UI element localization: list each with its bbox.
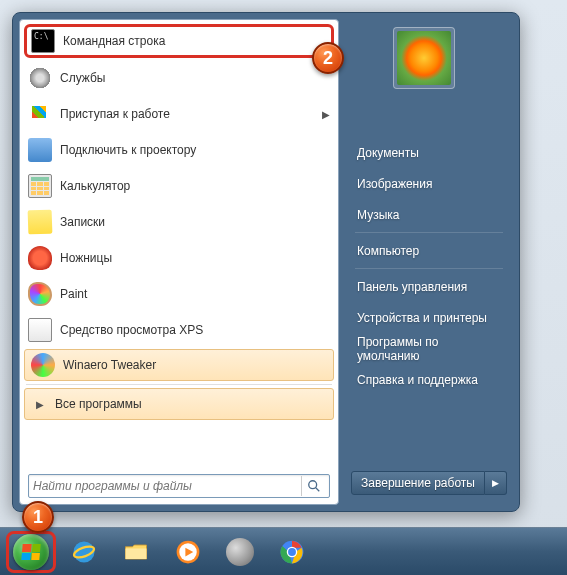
user-picture-flower-icon [397, 31, 451, 85]
arrow-right-icon: ▶ [492, 478, 499, 488]
devices-printers-link[interactable]: Устройства и принтеры [349, 302, 509, 333]
start-menu-left-panel: Командная строка Службы Приступая к рабо… [19, 19, 339, 505]
right-menu-list: Документы Изображения Музыка Компьютер П… [349, 107, 509, 395]
folder-icon [122, 538, 150, 566]
svg-point-0 [308, 481, 316, 489]
taskbar-chrome-button[interactable] [268, 533, 316, 571]
program-item-projector[interactable]: Подключить к проектору [22, 132, 336, 168]
music-link[interactable]: Музыка [349, 199, 509, 230]
sticky-note-icon [28, 210, 53, 235]
taskbar-media-player-button[interactable] [164, 533, 212, 571]
start-orb-icon [13, 534, 49, 570]
taskbar-explorer-button[interactable] [112, 533, 160, 571]
program-item-xps-viewer[interactable]: Средство просмотра XPS [22, 312, 336, 348]
document-icon [28, 318, 52, 342]
taskbar-ie-button[interactable] [60, 533, 108, 571]
scissors-icon [28, 246, 52, 270]
taskbar-unknown-button[interactable] [216, 533, 264, 571]
program-item-getting-started[interactable]: Приступая к работе ▶ [22, 96, 336, 132]
taskbar [0, 527, 567, 575]
palette-icon [28, 282, 52, 306]
help-support-link[interactable]: Справка и поддержка [349, 364, 509, 395]
sphere-icon [226, 538, 254, 566]
separator [355, 232, 503, 233]
program-label: Записки [60, 215, 330, 229]
documents-link[interactable]: Документы [349, 137, 509, 168]
default-programs-link[interactable]: Программы по умолчанию [349, 333, 509, 364]
svg-line-1 [315, 488, 319, 492]
cmd-icon [31, 29, 55, 53]
calculator-icon [28, 174, 52, 198]
all-programs-label: Все программы [55, 397, 327, 411]
tweaker-icon [31, 353, 55, 377]
projector-icon [28, 138, 52, 162]
chrome-icon [278, 538, 306, 566]
program-label: Paint [60, 287, 330, 301]
annotation-step-1: 1 [22, 501, 54, 533]
separator [26, 384, 332, 385]
internet-explorer-icon [70, 538, 98, 566]
svg-point-9 [288, 548, 296, 556]
program-label: Калькулятор [60, 179, 330, 193]
program-label: Командная строка [63, 34, 327, 48]
shutdown-options-button[interactable]: ▶ [485, 471, 507, 495]
annotation-step-2: 2 [312, 42, 344, 74]
search-row [22, 468, 336, 502]
program-item-paint[interactable]: Paint [22, 276, 336, 312]
program-label: Подключить к проектору [60, 143, 330, 157]
program-label: Средство просмотра XPS [60, 323, 330, 337]
program-item-calculator[interactable]: Калькулятор [22, 168, 336, 204]
submenu-arrow-icon: ▶ [322, 109, 330, 120]
all-programs-button[interactable]: ▶ Все программы [24, 388, 334, 420]
program-item-winaero-tweaker[interactable]: Winaero Tweaker [24, 349, 334, 381]
control-panel-link[interactable]: Панель управления [349, 271, 509, 302]
shutdown-button[interactable]: Завершение работы [351, 471, 485, 495]
pictures-link[interactable]: Изображения [349, 168, 509, 199]
magnifier-icon [307, 479, 321, 493]
start-menu-right-panel: Документы Изображения Музыка Компьютер П… [339, 19, 513, 505]
start-button[interactable] [6, 531, 56, 573]
gear-icon [28, 66, 52, 90]
program-item-sticky-notes[interactable]: Записки [22, 204, 336, 240]
program-item-cmd[interactable]: Командная строка [24, 24, 334, 58]
windows-logo-icon [21, 544, 40, 560]
search-button[interactable] [301, 476, 325, 496]
svg-rect-4 [126, 548, 147, 559]
user-picture-frame[interactable] [393, 27, 455, 89]
arrow-right-icon: ▶ [31, 399, 49, 410]
program-label: Winaero Tweaker [63, 358, 327, 372]
username-item[interactable] [349, 107, 509, 137]
separator [355, 268, 503, 269]
start-menu: Командная строка Службы Приступая к рабо… [12, 12, 520, 512]
windows-flag-icon [28, 102, 52, 126]
program-label: Ножницы [60, 251, 330, 265]
program-item-services[interactable]: Службы [22, 60, 336, 96]
search-box[interactable] [28, 474, 330, 498]
program-label: Приступая к работе [60, 107, 322, 121]
program-item-snipping-tool[interactable]: Ножницы [22, 240, 336, 276]
search-input[interactable] [33, 479, 301, 493]
shutdown-row: Завершение работы ▶ [349, 467, 509, 497]
program-label: Службы [60, 71, 330, 85]
computer-link[interactable]: Компьютер [349, 235, 509, 266]
media-player-icon [174, 538, 202, 566]
